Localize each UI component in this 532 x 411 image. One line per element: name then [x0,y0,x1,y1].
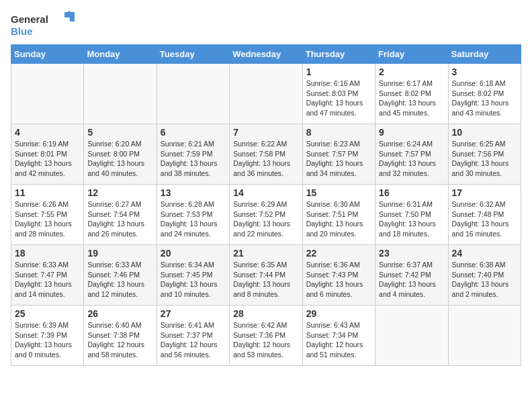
day-number: 29 [306,308,371,319]
calendar-cell: 13Sunrise: 6:28 AMSunset: 7:53 PMDayligh… [157,185,229,245]
day-number: 9 [379,127,444,138]
day-number: 21 [233,248,298,259]
calendar-cell: 18Sunrise: 6:33 AMSunset: 7:47 PMDayligh… [11,245,84,306]
day-info: Sunrise: 6:41 AMSunset: 7:37 PMDaylight:… [161,320,226,360]
day-number: 8 [306,127,371,138]
day-number: 28 [233,308,298,319]
calendar-cell: 5Sunrise: 6:20 AMSunset: 8:00 PMDaylight… [84,124,157,185]
day-info: Sunrise: 6:33 AMSunset: 7:47 PMDaylight:… [15,260,80,300]
day-info: Sunrise: 6:23 AMSunset: 7:57 PMDaylight:… [306,139,371,179]
day-number: 23 [379,248,444,259]
calendar-cell: 26Sunrise: 6:40 AMSunset: 7:38 PMDayligh… [84,306,157,366]
day-info: Sunrise: 6:39 AMSunset: 7:39 PMDaylight:… [15,320,80,360]
calendar-cell: 16Sunrise: 6:31 AMSunset: 7:50 PMDayligh… [375,185,448,245]
day-number: 14 [233,187,298,198]
day-number: 1 [306,66,371,77]
day-number: 10 [452,127,517,138]
day-number: 18 [15,248,80,259]
header-cell-monday: Monday [84,45,157,64]
day-number: 26 [87,308,152,319]
calendar-cell [230,64,302,124]
logo: General Blue [11,11,78,39]
calendar-cell: 21Sunrise: 6:35 AMSunset: 7:44 PMDayligh… [230,245,302,306]
day-info: Sunrise: 6:29 AMSunset: 7:52 PMDaylight:… [233,199,298,239]
week-row-5: 25Sunrise: 6:39 AMSunset: 7:39 PMDayligh… [11,306,521,366]
day-info: Sunrise: 6:28 AMSunset: 7:53 PMDaylight:… [161,199,226,239]
day-info: Sunrise: 6:33 AMSunset: 7:46 PMDaylight:… [87,260,152,300]
day-info: Sunrise: 6:16 AMSunset: 8:03 PMDaylight:… [306,79,371,118]
calendar-cell: 19Sunrise: 6:33 AMSunset: 7:46 PMDayligh… [84,245,157,306]
calendar-cell: 6Sunrise: 6:21 AMSunset: 7:59 PMDaylight… [157,124,229,185]
day-info: Sunrise: 6:19 AMSunset: 8:01 PMDaylight:… [15,139,80,179]
day-number: 2 [379,66,444,77]
day-number: 11 [15,187,80,198]
day-number: 20 [161,248,226,259]
day-number: 4 [15,127,80,138]
calendar-cell: 14Sunrise: 6:29 AMSunset: 7:52 PMDayligh… [230,185,302,245]
day-number: 3 [452,66,517,77]
calendar-cell: 10Sunrise: 6:25 AMSunset: 7:56 PMDayligh… [448,124,521,185]
day-info: Sunrise: 6:27 AMSunset: 7:54 PMDaylight:… [87,199,152,239]
calendar-cell: 17Sunrise: 6:32 AMSunset: 7:48 PMDayligh… [448,185,521,245]
calendar-cell: 20Sunrise: 6:34 AMSunset: 7:45 PMDayligh… [157,245,229,306]
calendar-cell: 11Sunrise: 6:26 AMSunset: 7:55 PMDayligh… [11,185,84,245]
day-info: Sunrise: 6:21 AMSunset: 7:59 PMDaylight:… [161,139,226,179]
day-number: 19 [87,248,152,259]
calendar-cell: 7Sunrise: 6:22 AMSunset: 7:58 PMDaylight… [230,124,302,185]
calendar-cell: 25Sunrise: 6:39 AMSunset: 7:39 PMDayligh… [11,306,84,366]
calendar-cell: 8Sunrise: 6:23 AMSunset: 7:57 PMDaylight… [302,124,375,185]
calendar-cell: 23Sunrise: 6:37 AMSunset: 7:42 PMDayligh… [375,245,448,306]
calendar-cell: 27Sunrise: 6:41 AMSunset: 7:37 PMDayligh… [157,306,229,366]
day-number: 24 [452,248,517,259]
calendar-cell [157,64,229,124]
day-info: Sunrise: 6:24 AMSunset: 7:57 PMDaylight:… [379,139,444,179]
svg-text:Blue: Blue [11,26,33,37]
calendar-cell: 22Sunrise: 6:36 AMSunset: 7:43 PMDayligh… [302,245,375,306]
calendar-cell [448,306,521,366]
day-info: Sunrise: 6:31 AMSunset: 7:50 PMDaylight:… [379,199,444,239]
day-number: 5 [87,127,152,138]
day-info: Sunrise: 6:17 AMSunset: 8:02 PMDaylight:… [379,79,444,118]
day-number: 17 [452,187,517,198]
week-row-1: 1Sunrise: 6:16 AMSunset: 8:03 PMDaylight… [11,64,521,124]
logo-svg: General Blue [11,11,78,39]
day-number: 7 [233,127,298,138]
day-info: Sunrise: 6:32 AMSunset: 7:48 PMDaylight:… [452,199,517,239]
day-info: Sunrise: 6:36 AMSunset: 7:43 PMDaylight:… [306,260,371,300]
day-number: 16 [379,187,444,198]
day-info: Sunrise: 6:20 AMSunset: 8:00 PMDaylight:… [87,139,152,179]
calendar-cell [84,64,157,124]
day-info: Sunrise: 6:43 AMSunset: 7:34 PMDaylight:… [306,320,371,360]
day-number: 15 [306,187,371,198]
day-info: Sunrise: 6:25 AMSunset: 7:56 PMDaylight:… [452,139,517,179]
week-row-3: 11Sunrise: 6:26 AMSunset: 7:55 PMDayligh… [11,185,521,245]
calendar-body: 1Sunrise: 6:16 AMSunset: 8:03 PMDaylight… [11,64,521,366]
day-number: 13 [161,187,226,198]
day-info: Sunrise: 6:34 AMSunset: 7:45 PMDaylight:… [161,260,226,300]
calendar-table: SundayMondayTuesdayWednesdayThursdayFrid… [11,44,521,366]
calendar-cell: 4Sunrise: 6:19 AMSunset: 8:01 PMDaylight… [11,124,84,185]
svg-text:General: General [11,13,48,25]
week-row-2: 4Sunrise: 6:19 AMSunset: 8:01 PMDaylight… [11,124,521,185]
day-info: Sunrise: 6:40 AMSunset: 7:38 PMDaylight:… [87,320,152,360]
day-info: Sunrise: 6:26 AMSunset: 7:55 PMDaylight:… [15,199,80,239]
header-cell-tuesday: Tuesday [157,45,229,64]
day-info: Sunrise: 6:35 AMSunset: 7:44 PMDaylight:… [233,260,298,300]
calendar-cell: 15Sunrise: 6:30 AMSunset: 7:51 PMDayligh… [302,185,375,245]
calendar-cell: 2Sunrise: 6:17 AMSunset: 8:02 PMDaylight… [375,64,448,124]
calendar-cell: 3Sunrise: 6:18 AMSunset: 8:02 PMDaylight… [448,64,521,124]
calendar-cell: 28Sunrise: 6:42 AMSunset: 7:36 PMDayligh… [230,306,302,366]
header-cell-sunday: Sunday [11,45,84,64]
header-cell-friday: Friday [375,45,448,64]
calendar-cell: 29Sunrise: 6:43 AMSunset: 7:34 PMDayligh… [302,306,375,366]
day-info: Sunrise: 6:30 AMSunset: 7:51 PMDaylight:… [306,199,371,239]
header-cell-thursday: Thursday [302,45,375,64]
day-number: 22 [306,248,371,259]
day-info: Sunrise: 6:18 AMSunset: 8:02 PMDaylight:… [452,79,517,118]
header-cell-saturday: Saturday [448,45,521,64]
header-cell-wednesday: Wednesday [230,45,302,64]
week-row-4: 18Sunrise: 6:33 AMSunset: 7:47 PMDayligh… [11,245,521,306]
calendar-header: SundayMondayTuesdayWednesdayThursdayFrid… [11,45,521,64]
day-info: Sunrise: 6:22 AMSunset: 7:58 PMDaylight:… [233,139,298,179]
calendar-cell: 24Sunrise: 6:38 AMSunset: 7:40 PMDayligh… [448,245,521,306]
